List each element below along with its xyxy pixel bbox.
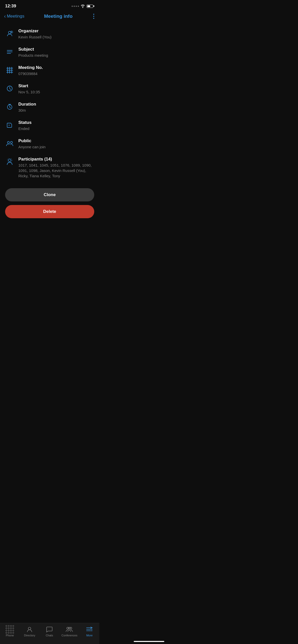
svg-point-18 (8, 159, 11, 162)
status-value: Ended (18, 126, 94, 131)
status-info: Status Ended (18, 120, 94, 131)
participants-icon (5, 157, 14, 166)
clone-button[interactable]: Clone (5, 188, 94, 201)
duration-label: Duration (18, 102, 94, 107)
more-options-button[interactable] (92, 13, 95, 20)
dot-icon (93, 16, 94, 17)
duration-info: Duration 30m (18, 102, 94, 113)
delete-button[interactable]: Delete (5, 205, 94, 218)
meeting-no-info: Meeting No. 079039884 (18, 65, 94, 76)
status-time: 12:39 (5, 4, 16, 9)
content-area: Organizer Kevin Russell (You) Subject Pr… (0, 23, 99, 248)
signal-icon (72, 6, 79, 7)
start-info: Start Nov 5, 10:35 (18, 83, 94, 95)
start-row: Start Nov 5, 10:35 (0, 80, 99, 98)
subject-icon (5, 47, 14, 56)
dot-icon (93, 18, 94, 19)
start-label: Start (18, 83, 94, 89)
meeting-no-value: 079039884 (18, 71, 94, 76)
meeting-no-label: Meeting No. (18, 65, 94, 70)
svg-point-16 (7, 141, 9, 143)
status-row: Status Ended (0, 116, 99, 135)
wifi-icon (80, 4, 85, 8)
subject-label: Subject (18, 47, 94, 52)
back-label: Meetings (7, 14, 24, 19)
nav-header: ‹ Meetings Meeting info (0, 11, 99, 23)
participants-info: Participants (14) 1017, 1041, 1045, 1051… (18, 157, 94, 179)
organizer-value: Kevin Russell (You) (18, 34, 94, 40)
public-value: Anyone can join (18, 144, 94, 150)
status-icon (5, 121, 14, 130)
meeting-no-icon (5, 66, 14, 75)
participants-label: Participants (14) (18, 157, 94, 162)
duration-row: Duration 30m (0, 98, 99, 116)
organizer-icon (5, 29, 14, 38)
participants-row: Participants (14) 1017, 1041, 1045, 1051… (0, 153, 99, 182)
public-icon (5, 139, 14, 148)
organizer-row: Organizer Kevin Russell (You) (0, 25, 99, 43)
svg-point-17 (10, 141, 12, 143)
organizer-info: Organizer Kevin Russell (You) (18, 28, 94, 40)
public-label: Public (18, 138, 94, 143)
subject-value: Products meeting (18, 53, 94, 58)
status-bar: 12:39 (0, 0, 99, 11)
battery-icon (87, 5, 94, 8)
subject-row: Subject Products meeting (0, 43, 99, 62)
participants-value: 1017, 1041, 1045, 1051, 1076, 1089, 1090… (18, 163, 94, 179)
start-icon (5, 84, 14, 93)
back-chevron-icon: ‹ (4, 13, 6, 19)
status-label: Status (18, 120, 94, 125)
action-buttons: Clone Delete (0, 182, 99, 222)
duration-value: 30m (18, 108, 94, 113)
meeting-no-row: Meeting No. 079039884 (0, 62, 99, 80)
subject-info: Subject Products meeting (18, 47, 94, 58)
public-row: Public Anyone can join (0, 135, 99, 153)
start-value: Nov 5, 10:35 (18, 89, 94, 95)
organizer-label: Organizer (18, 28, 94, 34)
page-title: Meeting info (44, 13, 73, 19)
dot-icon (93, 14, 94, 15)
duration-icon (5, 102, 14, 111)
public-info: Public Anyone can join (18, 138, 94, 150)
back-button[interactable]: ‹ Meetings (4, 13, 24, 19)
status-icons (72, 4, 94, 8)
